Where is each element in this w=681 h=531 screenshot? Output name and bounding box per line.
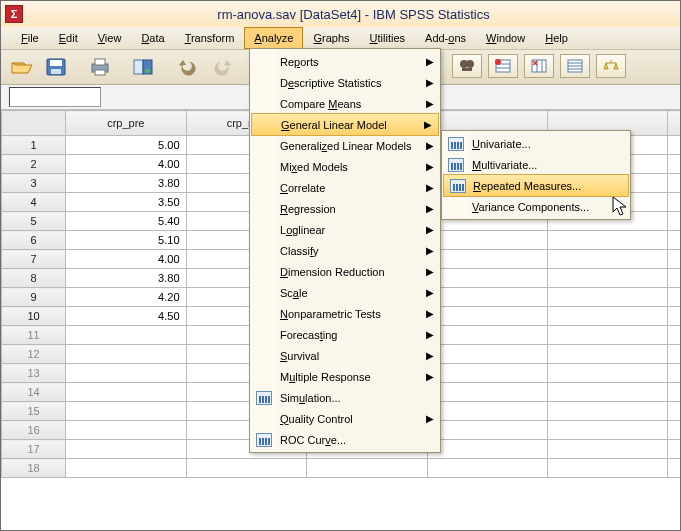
cell-crp-pre[interactable]: 5.00 [66, 136, 186, 155]
redo-button[interactable] [207, 53, 237, 81]
analyze-item[interactable]: General Linear Model▶ [251, 113, 439, 136]
analyze-item[interactable]: Regression▶ [250, 198, 440, 219]
analyze-item[interactable]: Loglinear▶ [250, 219, 440, 240]
weight-button[interactable] [596, 54, 626, 78]
print-button[interactable] [85, 53, 115, 81]
submenu-arrow-icon: ▶ [426, 350, 434, 361]
row-header[interactable]: 13 [2, 364, 66, 383]
insert-cases-button[interactable] [488, 54, 518, 78]
glm-item[interactable]: Variance Components... [442, 196, 630, 217]
menu-icon [255, 432, 273, 448]
col-crp-pre[interactable]: crp_pre [66, 111, 186, 136]
submenu-arrow-icon: ▶ [426, 245, 434, 256]
menu-utilities[interactable]: Utilities [360, 27, 415, 49]
analyze-item[interactable]: Multiple Response▶ [250, 366, 440, 387]
menu-icon [447, 157, 465, 173]
svg-point-10 [466, 60, 474, 68]
cell-crp-pre[interactable]: 4.50 [66, 307, 186, 326]
row-header[interactable]: 3 [2, 174, 66, 193]
glm-item[interactable]: Multivariate... [442, 154, 630, 175]
analyze-item[interactable]: Classify▶ [250, 240, 440, 261]
row-header[interactable]: 18 [2, 459, 66, 478]
submenu-arrow-icon: ▶ [426, 371, 434, 382]
row-header[interactable]: 16 [2, 421, 66, 440]
cell-crp-pre[interactable]: 3.50 [66, 193, 186, 212]
analyze-item[interactable]: Nonparametric Tests▶ [250, 303, 440, 324]
cell-crp-pre[interactable]: 4.00 [66, 250, 186, 269]
save-button[interactable] [41, 53, 71, 81]
analyze-item[interactable]: Mixed Models▶ [250, 156, 440, 177]
menu-transform[interactable]: Transform [175, 27, 245, 49]
analyze-item[interactable]: Compare Means▶ [250, 93, 440, 114]
cell-crp-pre[interactable]: 4.20 [66, 288, 186, 307]
menu-window[interactable]: Window [476, 27, 535, 49]
cell-crp-pre[interactable]: 5.10 [66, 231, 186, 250]
undo-button[interactable] [173, 53, 203, 81]
menu-icon [255, 390, 273, 406]
analyze-item[interactable]: Generalized Linear Models▶ [250, 135, 440, 156]
row-header[interactable]: 17 [2, 440, 66, 459]
analyze-item[interactable]: Quality Control▶ [250, 408, 440, 429]
toolbar-right-group [452, 54, 626, 78]
analyze-item[interactable]: Scale▶ [250, 282, 440, 303]
row-header[interactable]: 15 [2, 402, 66, 421]
analyze-item[interactable]: Survival▶ [250, 345, 440, 366]
glm-item[interactable]: Repeated Measures... [443, 174, 629, 197]
submenu-arrow-icon: ▶ [424, 119, 432, 130]
analyze-dropdown: Reports▶Descriptive Statistics▶Compare M… [249, 48, 441, 453]
sigma-icon: Σ [11, 9, 18, 20]
svg-rect-11 [462, 68, 472, 71]
row-header[interactable]: 9 [2, 288, 66, 307]
row-header[interactable]: 8 [2, 269, 66, 288]
row-header[interactable]: 5 [2, 212, 66, 231]
submenu-arrow-icon: ▶ [426, 56, 434, 67]
row-header[interactable]: 2 [2, 155, 66, 174]
svg-point-15 [495, 59, 501, 65]
analyze-item[interactable]: ROC Curve... [250, 429, 440, 450]
menu-addons[interactable]: Add-ons [415, 27, 476, 49]
corner-header[interactable] [2, 111, 66, 136]
analyze-item[interactable]: Simulation... [250, 387, 440, 408]
row-header[interactable]: 7 [2, 250, 66, 269]
row-header[interactable]: 1 [2, 136, 66, 155]
table-row[interactable]: 18 [2, 459, 681, 478]
cell-crp-pre[interactable]: 4.00 [66, 155, 186, 174]
menu-edit[interactable]: Edit [49, 27, 88, 49]
submenu-arrow-icon: ▶ [426, 308, 434, 319]
analyze-item[interactable]: Correlate▶ [250, 177, 440, 198]
menu-view[interactable]: View [88, 27, 132, 49]
analyze-item[interactable]: Reports▶ [250, 51, 440, 72]
spss-window: Σ rm-anova.sav [DataSet4] - IBM SPSS Sta… [0, 0, 681, 531]
row-header[interactable]: 4 [2, 193, 66, 212]
row-header[interactable]: 12 [2, 345, 66, 364]
cell-crp-pre[interactable]: 3.80 [66, 174, 186, 193]
menu-data[interactable]: Data [131, 27, 174, 49]
submenu-arrow-icon: ▶ [426, 287, 434, 298]
insert-variable-button[interactable] [524, 54, 554, 78]
cell-crp-pre[interactable]: 3.80 [66, 269, 186, 288]
submenu-arrow-icon: ▶ [426, 413, 434, 424]
cell-crp-pre[interactable]: 5.40 [66, 212, 186, 231]
analyze-item[interactable]: Descriptive Statistics▶ [250, 72, 440, 93]
row-header[interactable]: 6 [2, 231, 66, 250]
recall-dialog-button[interactable] [129, 53, 159, 81]
submenu-arrow-icon: ▶ [426, 161, 434, 172]
cell-editor-input[interactable] [9, 87, 101, 107]
menu-graphs[interactable]: Graphs [303, 27, 359, 49]
row-header[interactable]: 10 [2, 307, 66, 326]
col-hidden4[interactable] [668, 111, 680, 136]
open-button[interactable] [7, 53, 37, 81]
menu-help[interactable]: Help [535, 27, 578, 49]
analyze-item[interactable]: Forecasting▶ [250, 324, 440, 345]
row-header[interactable]: 11 [2, 326, 66, 345]
analyze-item[interactable]: Dimension Reduction▶ [250, 261, 440, 282]
submenu-arrow-icon: ▶ [426, 203, 434, 214]
menu-file[interactable]: File [11, 27, 49, 49]
split-file-button[interactable] [560, 54, 590, 78]
glm-item[interactable]: Univariate... [442, 133, 630, 154]
find-button[interactable] [452, 54, 482, 78]
menu-analyze[interactable]: Analyze [244, 27, 303, 49]
row-header[interactable]: 14 [2, 383, 66, 402]
svg-rect-4 [95, 59, 105, 65]
svg-rect-8 [145, 69, 150, 73]
